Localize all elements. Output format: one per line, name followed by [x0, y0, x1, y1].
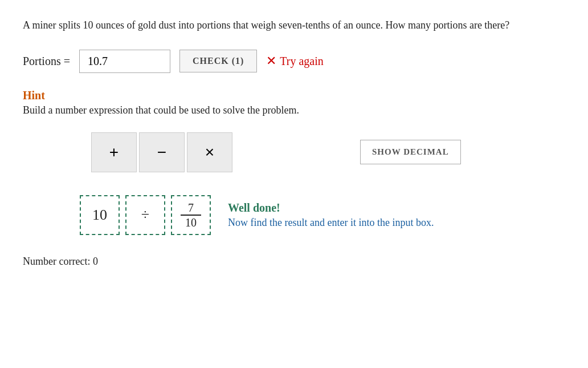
try-again-x-icon: ✕: [266, 54, 276, 68]
expr-box-fraction[interactable]: 7 10: [171, 195, 211, 235]
problem-text: A miner splits 10 ounces of gold dust in…: [23, 17, 565, 34]
expression-row: 10 ÷ 7 10 Well done! Now find the result…: [80, 195, 565, 235]
try-again-label: Try again: [280, 55, 323, 68]
answer-row: Portions = CHECK (1) ✕ Try again: [23, 50, 565, 73]
portions-word: Portions: [23, 55, 61, 67]
hint-section: Hint Build a number expression that coul…: [23, 89, 565, 116]
expr-box-10-value: 10: [92, 207, 107, 224]
number-correct: Number correct: 0: [23, 256, 565, 268]
check-button[interactable]: CHECK (1): [179, 50, 257, 72]
hint-text: Build a number expression that could be …: [23, 104, 565, 116]
expr-box-10[interactable]: 10: [80, 195, 120, 235]
well-done-title: Well done!: [228, 201, 434, 215]
minus-button[interactable]: −: [139, 132, 185, 172]
number-correct-number: 0: [93, 256, 98, 267]
answer-input[interactable]: [79, 50, 170, 73]
expr-box-divide-value: ÷: [141, 207, 149, 224]
hint-title: Hint: [23, 89, 565, 102]
operators-row: + − × SHOW DECIMAL: [91, 132, 565, 172]
show-decimal-button[interactable]: SHOW DECIMAL: [360, 140, 461, 164]
equals-sign: =: [64, 55, 70, 67]
well-done-section: Well done! Now find the result and enter…: [228, 201, 434, 229]
well-done-body: Now find the result and enter it into th…: [228, 217, 434, 229]
expr-box-divide[interactable]: ÷: [125, 195, 165, 235]
plus-button[interactable]: +: [91, 132, 137, 172]
try-again[interactable]: ✕ Try again: [266, 54, 323, 68]
fraction-denominator: 10: [185, 217, 197, 228]
fraction-numerator: 7: [188, 202, 194, 213]
fraction-line: [181, 215, 201, 216]
number-correct-label: Number correct:: [23, 256, 90, 267]
times-button[interactable]: ×: [187, 132, 232, 172]
portions-label: Portions =: [23, 55, 70, 68]
